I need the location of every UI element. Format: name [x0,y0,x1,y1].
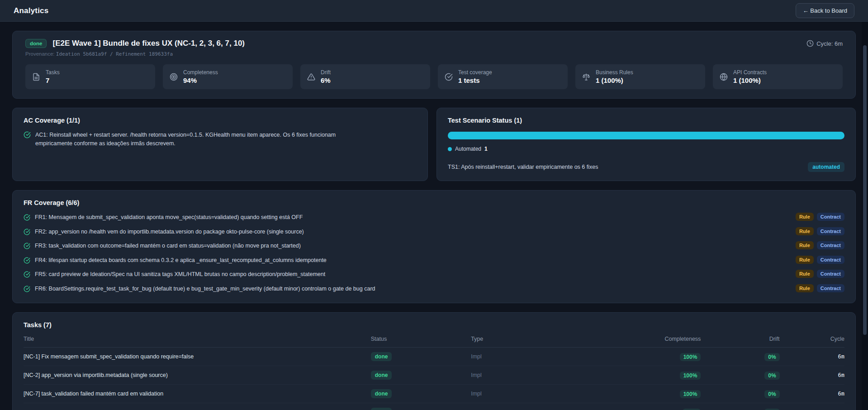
contract-badge: Contract [817,213,844,221]
col-status: Status [371,336,471,342]
fr-item-text: FR3: task_validation com outcome=failed … [35,242,791,250]
fr-item: FR3: task_validation com outcome=failed … [24,242,844,250]
task-status-badge: done [371,371,392,380]
fr-item: FR4: lifespan startup detecta boards com… [24,257,844,265]
check-circle-icon [24,229,30,235]
rule-badge: Rule [796,227,814,235]
stats-row: Tasks 7 Completeness 94% Drift [25,64,843,89]
ac-coverage-title: AC Coverage (1/1) [24,117,417,124]
task-cycle: 6m [780,353,844,360]
table-row[interactable]: [NC-10] Migration on-boot boards 0.3.2 →… [24,403,844,410]
task-completeness: 100% [680,353,701,361]
fr-coverage-panel: FR Coverage (6/6) FR1: Mensagem de submi… [12,190,856,303]
check-circle-icon [24,214,30,221]
rule-badge: Rule [796,270,814,278]
globe-icon [720,73,728,81]
contract-badge: Contract [817,284,844,292]
scales-icon [582,73,590,81]
tasks-panel: Tasks (7) Title Status Type Completeness… [12,312,856,410]
contract-badge: Contract [817,256,844,264]
task-type: Impl [471,372,598,378]
table-row[interactable]: [NC-7] task_validation failed mantém car… [24,385,844,403]
back-to-board-button[interactable]: ← Back to Board [796,3,854,18]
col-type: Type [471,336,598,342]
automated-legend-dot [448,147,452,151]
fr-item-text: FR2: app_version no /health vem do impor… [35,228,791,236]
col-drift: Drift [701,336,779,342]
table-row[interactable]: [NC-1] Fix mensagem submit_spec_validati… [24,348,844,366]
ac-coverage-list: AC1: Reinstall wheel + restart server. /… [24,131,417,148]
rule-badge: Rule [796,284,814,292]
top-bar: Analytics ← Back to Board [0,0,868,22]
stat-completeness: Completeness 94% [163,64,293,89]
ac-coverage-panel: AC Coverage (1/1) AC1: Reinstall wheel +… [12,108,428,181]
task-type: Impl [471,391,598,397]
fr-item: FR2: app_version no /health vem do impor… [24,228,844,236]
tasks-table-header: Title Status Type Completeness Drift Cyc… [24,336,844,348]
rule-badge: Rule [796,213,814,221]
fr-item-text: FR6: BoardSettings.require_test_task_for… [35,285,791,293]
col-title: Title [24,336,371,342]
stat-drift: Drift 6% [300,64,430,89]
task-drift: 5% [764,409,779,410]
check-circle-icon [24,271,30,278]
test-scenario-item: TS1: Após reinstall+restart, validar emp… [448,162,844,172]
check-circle-icon [24,286,30,292]
fr-item: FR1: Mensagem de submit_spec_validation … [24,214,844,222]
stat-tasks: Tasks 7 [25,64,155,89]
automated-legend-count: 1 [484,146,488,152]
ac-item: AC1: Reinstall wheel + restart server. /… [24,131,417,148]
task-title: [NC-7] task_validation failed mantém car… [24,391,371,397]
task-type: Impl [471,353,598,360]
col-completeness: Completeness [598,336,701,342]
task-title: [NC-2] app_version via importlib.metadat… [24,372,371,378]
epic-title: [E2E Wave 1] Bundle de fixes UX (NC-1, 2… [52,39,245,48]
fr-coverage-title: FR Coverage (6/6) [24,199,844,206]
ac-item-text: AC1: Reinstall wheel + restart server. /… [35,131,350,148]
table-row[interactable]: [NC-2] app_version via importlib.metadat… [24,366,844,385]
rule-badge: Rule [796,241,814,249]
contract-badge: Contract [817,227,844,235]
page-title: Analytics [14,6,48,15]
test-scenario-text: TS1: Após reinstall+restart, validar emp… [448,164,598,170]
check-circle-icon [24,243,30,249]
tasks-table-body: [NC-1] Fix mensagem submit_spec_validati… [24,348,844,410]
automated-badge: automated [808,162,844,172]
fr-coverage-list: FR1: Mensagem de submit_spec_validation … [24,214,844,293]
provenance-line: Provenance: Ideation 5b681a9f / Refineme… [25,51,843,57]
test-scenario-progress-bar [448,132,844,139]
main-content: done [E2E Wave 1] Bundle de fixes UX (NC… [0,22,868,410]
tasks-title: Tasks (7) [24,321,844,329]
task-title: [NC-1] Fix mensagem submit_spec_validati… [24,353,371,360]
contract-badge: Contract [817,241,844,249]
task-completeness: 95% [683,409,701,410]
col-cycle: Cycle [780,336,844,342]
fr-item: FR5: card preview de Ideation/Spec na UI… [24,271,844,279]
stat-test-coverage: Test coverage 1 tests [438,64,568,89]
task-status-badge: done [371,408,392,410]
test-scenario-list: TS1: Após reinstall+restart, validar emp… [448,162,844,172]
task-drift: 0% [764,372,779,380]
stat-api-contracts: API Contracts 1 (100%) [713,64,843,89]
provenance-ids: Ideation 5b681a9f / Refinement 189633fa [56,51,173,57]
vertical-scrollbar-track[interactable] [862,22,868,410]
fr-item-text: FR5: card preview de Ideation/Spec na UI… [35,271,791,279]
task-status-badge: done [371,352,392,361]
cycle-time: Cycle: 6m [806,40,843,47]
task-completeness: 100% [680,372,701,380]
clock-icon [806,40,814,47]
test-scenario-title: Test Scenario Status (1) [448,117,844,124]
vertical-scrollbar-thumb[interactable] [863,45,867,335]
task-cycle: 6m [780,372,844,378]
fr-item-text: FR4: lifespan startup detecta boards com… [35,257,791,265]
document-icon [32,73,40,81]
epic-summary-card: done [E2E Wave 1] Bundle de fixes UX (NC… [12,31,856,99]
task-status-badge: done [371,389,392,398]
warning-triangle-icon [307,73,315,81]
check-circle-icon [24,131,31,148]
test-scenario-panel: Test Scenario Status (1) Automated 1 TS1… [436,108,856,181]
fr-item-text: FR1: Mensagem de submit_spec_validation … [35,214,791,222]
status-badge: done [25,39,47,48]
automated-legend-label: Automated [455,146,481,152]
task-drift: 0% [764,353,779,361]
